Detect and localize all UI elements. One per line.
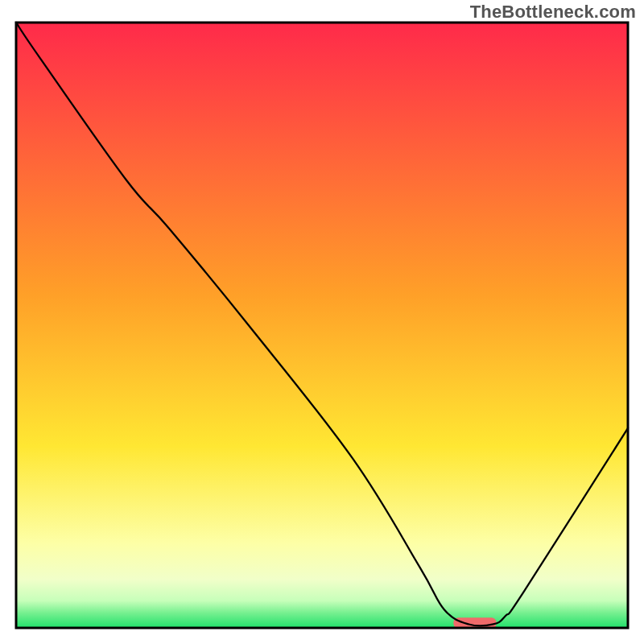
chart-background (16, 23, 628, 628)
bottleneck-chart (0, 0, 644, 644)
chart-container: TheBottleneck.com (0, 0, 644, 644)
watermark-text: TheBottleneck.com (470, 2, 636, 23)
